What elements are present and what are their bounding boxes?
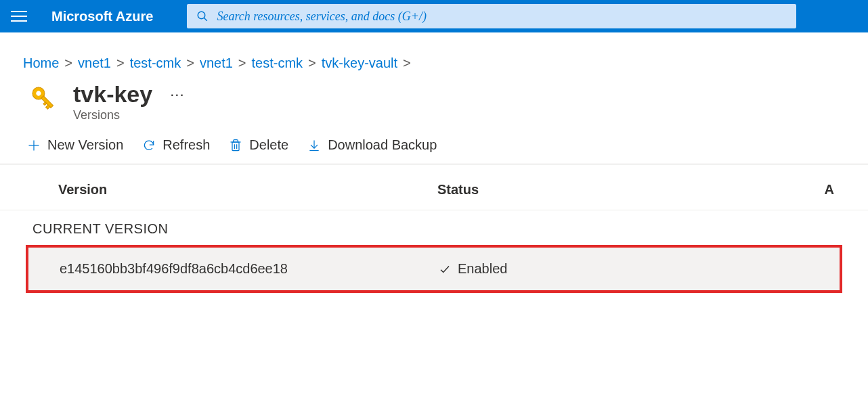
status-label: Enabled xyxy=(458,261,507,277)
search-box[interactable] xyxy=(187,4,796,28)
key-icon xyxy=(27,82,60,114)
chevron-right-icon: > xyxy=(238,55,246,71)
more-button[interactable]: ··· xyxy=(170,82,184,102)
delete-label: Delete xyxy=(249,137,288,153)
delete-button[interactable]: Delete xyxy=(229,137,288,153)
table-row[interactable]: e145160bb3bf496f9df8a6cb4cd6ee18 Enabled xyxy=(28,248,840,290)
breadcrumb-item[interactable]: vnet1 xyxy=(78,55,111,71)
chevron-right-icon: > xyxy=(403,55,411,71)
cell-version: e145160bb3bf496f9df8a6cb4cd6ee18 xyxy=(60,261,439,277)
new-version-button[interactable]: New Version xyxy=(27,137,123,153)
chevron-right-icon: > xyxy=(186,55,194,71)
download-backup-button[interactable]: Download Backup xyxy=(307,137,437,153)
svg-line-1 xyxy=(204,18,208,21)
section-header-current-version: CURRENT VERSION xyxy=(0,210,868,242)
svg-point-0 xyxy=(198,12,206,19)
download-icon xyxy=(307,139,321,152)
download-backup-label: Download Backup xyxy=(328,137,437,153)
breadcrumb-item[interactable]: test-cmk xyxy=(252,55,303,71)
page-title: tvk-key xyxy=(73,82,152,107)
refresh-label: Refresh xyxy=(162,137,210,153)
chevron-right-icon: > xyxy=(308,55,316,71)
cell-status: Enabled xyxy=(439,261,710,277)
title-row: tvk-key Versions ··· xyxy=(0,82,868,132)
page-subtitle: Versions xyxy=(73,108,152,122)
chevron-right-icon: > xyxy=(116,55,125,71)
breadcrumb-item[interactable]: test-cmk xyxy=(130,55,181,71)
refresh-icon xyxy=(142,139,156,152)
search-icon xyxy=(196,10,209,22)
check-icon xyxy=(439,263,451,275)
command-bar: New Version Refresh Delete Download Back… xyxy=(0,132,868,164)
svg-rect-6 xyxy=(43,102,47,106)
new-version-label: New Version xyxy=(47,137,123,153)
search-input[interactable] xyxy=(217,9,787,24)
trash-icon xyxy=(229,139,242,152)
refresh-button[interactable]: Refresh xyxy=(142,137,210,153)
versions-table: Version Status A CURRENT VERSION e145160… xyxy=(0,164,868,293)
column-header-last[interactable]: A xyxy=(708,182,841,198)
column-header-status[interactable]: Status xyxy=(437,182,708,198)
breadcrumb: Home > vnet1 > test-cmk > vnet1 > test-c… xyxy=(0,51,868,82)
brand-label: Microsoft Azure xyxy=(51,9,153,24)
header-spacer xyxy=(0,32,868,51)
svg-rect-9 xyxy=(232,142,239,151)
highlighted-row-annotation: e145160bb3bf496f9df8a6cb4cd6ee18 Enabled xyxy=(26,245,842,293)
breadcrumb-item[interactable]: tvk-key-vault xyxy=(322,55,397,71)
column-header-version[interactable]: Version xyxy=(58,182,437,198)
breadcrumb-item[interactable]: Home xyxy=(23,55,59,71)
menu-icon[interactable] xyxy=(11,8,27,24)
top-header: Microsoft Azure xyxy=(0,0,868,32)
breadcrumb-item[interactable]: vnet1 xyxy=(200,55,233,71)
plus-icon xyxy=(27,139,41,152)
chevron-right-icon: > xyxy=(64,55,72,71)
table-header-row: Version Status A xyxy=(0,164,868,210)
